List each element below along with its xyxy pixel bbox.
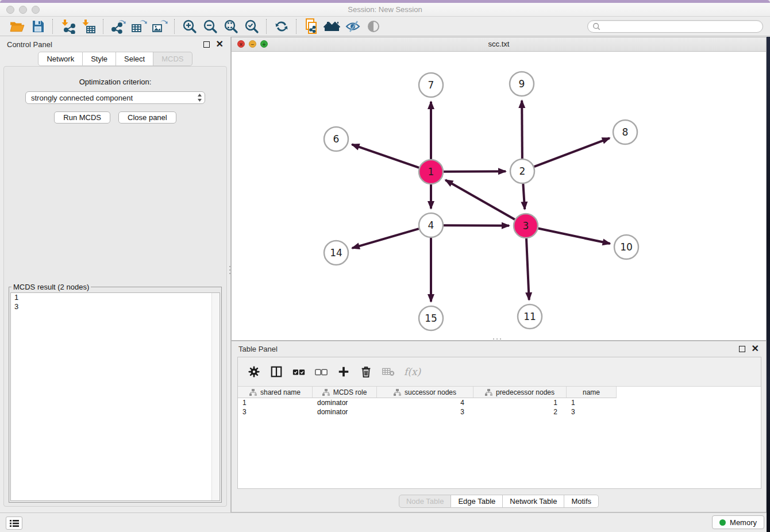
memory-status-button[interactable]: Memory xyxy=(712,515,764,529)
toolbar-separator xyxy=(103,19,104,34)
window-traffic-lights[interactable] xyxy=(6,6,40,14)
task-history-button[interactable] xyxy=(6,516,22,530)
table-tab-edge-table[interactable]: Edge Table xyxy=(451,495,503,508)
graph-node-11[interactable]: 11 xyxy=(518,304,542,329)
close-panel-button[interactable]: Close panel xyxy=(118,111,176,124)
open-session-button[interactable] xyxy=(7,18,28,35)
toggle-panel-layout-button[interactable] xyxy=(270,365,283,379)
export-network-button[interactable] xyxy=(108,18,129,35)
close-table-panel-icon[interactable]: ✕ xyxy=(752,346,759,352)
zoom-selected-button[interactable] xyxy=(241,18,262,35)
copy-network-icon xyxy=(304,18,319,34)
create-column-button[interactable] xyxy=(337,365,351,379)
graph-node-2[interactable]: 2 xyxy=(510,159,534,183)
tab-mcds[interactable]: MCDS xyxy=(153,52,192,66)
clone-network-button[interactable] xyxy=(301,18,322,35)
network-close-icon[interactable]: × xyxy=(237,40,245,48)
graph-node-10[interactable]: 10 xyxy=(614,235,638,259)
graph-node-1[interactable]: 1 xyxy=(419,160,443,184)
graph-node-label: 1 xyxy=(428,166,434,178)
export-image-button[interactable] xyxy=(149,18,170,35)
cell-shared-name[interactable]: 3 xyxy=(238,407,313,417)
search-box[interactable] xyxy=(587,20,763,33)
checked-boxes-icon xyxy=(292,365,306,378)
cell-name[interactable]: 1 xyxy=(567,398,617,407)
apply-layout-button[interactable] xyxy=(271,18,292,35)
splitter-grip[interactable] xyxy=(229,265,232,276)
graph-edge-3-10[interactable] xyxy=(538,229,610,244)
graph-node-9[interactable]: 9 xyxy=(510,72,534,96)
column-type-icon xyxy=(485,389,492,396)
table-row[interactable]: 3dominator323 xyxy=(238,407,761,417)
network-canvas[interactable]: 1234678910111415 xyxy=(232,52,766,341)
network-minimize-icon[interactable]: − xyxy=(249,40,256,48)
table-tab-motifs[interactable]: Motifs xyxy=(564,495,599,508)
cell-MCDS-role[interactable]: dominator xyxy=(313,398,377,407)
cell-name[interactable]: 3 xyxy=(567,407,617,417)
table-tab-network-table[interactable]: Network Table xyxy=(503,495,564,508)
tab-style[interactable]: Style xyxy=(83,52,116,66)
network-maximize-icon[interactable]: + xyxy=(260,40,268,48)
graph-node-8[interactable]: 8 xyxy=(613,120,637,144)
graph-node-7[interactable]: 7 xyxy=(419,73,443,97)
export-table-button[interactable] xyxy=(129,18,149,35)
graph-edge-3-11[interactable] xyxy=(526,238,529,300)
column-header-successor-nodes[interactable]: successor nodes xyxy=(377,387,473,398)
table-settings-button[interactable] xyxy=(247,365,261,379)
control-panel-title: Control Panel xyxy=(7,40,52,49)
zoom-window-icon[interactable] xyxy=(32,6,40,14)
zoom-fit-button[interactable] xyxy=(221,18,241,35)
tab-select[interactable]: Select xyxy=(116,52,153,66)
function-builder-icon[interactable]: f(x) xyxy=(404,366,421,377)
column-header-shared-name[interactable]: shared name xyxy=(238,387,313,398)
column-header-MCDS-role[interactable]: MCDS role xyxy=(313,387,377,398)
mcds-result-area[interactable]: 1 3 xyxy=(10,292,220,501)
save-session-button[interactable] xyxy=(28,18,48,35)
table-row[interactable]: 1dominator411 xyxy=(238,398,761,407)
zoom-out-button[interactable] xyxy=(200,18,221,35)
graph-edge-2-8[interactable] xyxy=(534,138,610,167)
graph-node-3[interactable]: 3 xyxy=(514,214,538,238)
optimization-criterion-select[interactable]: strongly connected component xyxy=(25,91,205,104)
graph-node-4[interactable]: 4 xyxy=(419,213,443,237)
float-panel-icon[interactable] xyxy=(203,41,210,48)
deselect-all-button[interactable] xyxy=(314,365,328,379)
column-header-predecessor-nodes[interactable]: predecessor nodes xyxy=(473,387,567,398)
cell-shared-name[interactable]: 1 xyxy=(238,398,313,407)
graph-edge-3-1[interactable] xyxy=(445,180,515,219)
hide-selected-button[interactable] xyxy=(342,18,363,35)
cell-successor-nodes[interactable]: 4 xyxy=(377,398,473,407)
graph-node-15[interactable]: 15 xyxy=(419,306,443,330)
cell-successor-nodes[interactable]: 3 xyxy=(377,407,473,417)
result-scrollbar[interactable] xyxy=(211,293,220,500)
graph-node-6[interactable]: 6 xyxy=(324,127,348,151)
delete-columns-button[interactable] xyxy=(359,365,373,379)
tab-network[interactable]: Network xyxy=(38,52,83,66)
table-tab-node-table[interactable]: Node Table xyxy=(399,495,452,508)
delete-table-button[interactable] xyxy=(382,365,395,379)
close-window-icon[interactable] xyxy=(6,6,14,14)
column-type-icon xyxy=(394,389,401,396)
graph-edge-4-14[interactable] xyxy=(352,229,419,248)
minimize-window-icon[interactable] xyxy=(19,6,27,14)
import-network-button[interactable] xyxy=(57,18,78,35)
graph-node-14[interactable]: 14 xyxy=(324,241,348,265)
zoom-in-button[interactable] xyxy=(179,18,200,35)
show-hidden-button[interactable] xyxy=(363,18,384,35)
run-mcds-button[interactable]: Run MCDS xyxy=(54,111,110,124)
close-panel-icon[interactable]: ✕ xyxy=(216,41,224,47)
select-all-button[interactable] xyxy=(292,365,306,379)
graph-edge-1-6[interactable] xyxy=(352,144,419,167)
show-all-button[interactable] xyxy=(322,18,342,35)
search-input[interactable] xyxy=(603,22,758,31)
graph-edge-2-3[interactable] xyxy=(523,184,525,209)
cell-MCDS-role[interactable]: dominator xyxy=(313,407,377,417)
float-table-panel-icon[interactable] xyxy=(739,346,745,352)
graph-edge-1-2[interactable] xyxy=(444,171,506,172)
import-table-button[interactable] xyxy=(78,18,99,35)
graph-edge-2-9[interactable] xyxy=(522,101,522,159)
cell-predecessor-nodes[interactable]: 1 xyxy=(473,398,567,407)
cell-predecessor-nodes[interactable]: 2 xyxy=(473,407,567,417)
graph-edge-4-3[interactable] xyxy=(444,225,509,226)
column-header-name[interactable]: name xyxy=(567,387,617,398)
